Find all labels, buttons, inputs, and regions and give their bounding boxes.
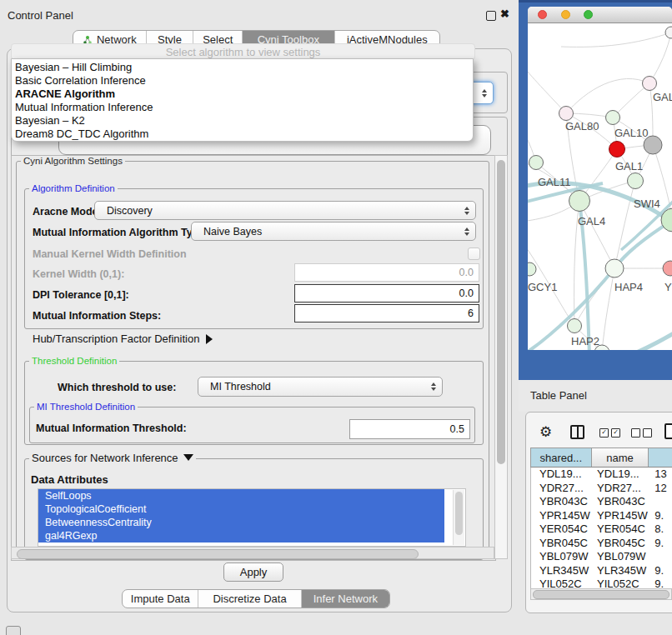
network-node[interactable] [643,77,657,91]
table-cell[interactable] [649,550,672,564]
list-scrollbar-thumb[interactable] [455,492,463,535]
table-row[interactable]: YLR345WYLR345W9. [531,564,672,578]
table-row[interactable]: YDR27...YDR27...12 [531,482,672,496]
table-cell[interactable]: YBR043C [531,495,592,509]
column-header[interactable]: name [592,448,649,467]
column-header[interactable] [649,448,672,467]
table-cell[interactable]: YDR27... [592,482,649,496]
table-cell[interactable]: 9. [649,537,672,551]
select-all-icon[interactable]: ✓ [611,428,620,438]
table-cell[interactable]: 9. [649,509,672,523]
sources-title[interactable]: Sources for Network Inference [29,453,196,463]
aracne-mode-combobox[interactable]: Discovery [94,201,476,220]
table-cell[interactable]: YBR043C [592,495,649,509]
table-cell[interactable]: YDR27... [531,482,592,496]
table-cell[interactable]: 12 [649,482,672,496]
table-cell[interactable]: YLR345W [531,564,592,578]
table-cell[interactable]: YLR345W [592,564,649,578]
minimize-traffic-light-icon[interactable] [561,10,570,19]
network-node[interactable] [569,191,590,212]
network-node[interactable] [665,27,672,38]
table-cell[interactable]: YDL19... [531,468,592,482]
dropdown-option[interactable]: Basic Correlation Inference [12,74,473,88]
data-attribute-item[interactable]: BetweennessCentrality [38,516,444,529]
network-edge-highlighted[interactable] [626,330,672,350]
table-cell[interactable]: YBR045C [531,537,592,551]
table-cell[interactable]: 9. [649,564,672,578]
network-edge[interactable] [561,32,671,47]
network-node[interactable] [605,259,624,278]
float-window-icon[interactable] [486,11,496,21]
table-horizontal-scrollbar[interactable] [530,588,672,600]
dropdown-option[interactable]: Bayesian – K2 [12,114,473,128]
close-traffic-light-icon[interactable] [538,10,547,19]
network-canvas[interactable]: GAL80GALGAL10GAL1GAL11SWI4GAL4GCY1HAP4YH… [528,23,672,350]
table-cell[interactable]: YDL19... [592,468,649,482]
dropdown-option[interactable]: Mutual Information Inference [12,101,473,114]
tab-impute-data[interactable]: Impute Data [123,590,198,608]
list-scrollbar[interactable] [453,490,464,545]
mi-algorithm-type-combobox[interactable]: Naive Bayes [191,222,476,241]
data-attributes-list[interactable]: SelfLoopsTopologicalCoefficientBetweenne… [38,488,466,547]
table-row[interactable]: YPR145WYPR145W9. [531,509,672,523]
network-node[interactable] [609,142,625,158]
tab-discretize-data[interactable]: Discretize Data [198,590,301,608]
table-cell[interactable]: YBL079W [592,550,649,564]
dropdown-option[interactable]: ARACNE Algorithm [12,88,473,101]
table-row[interactable]: YBL079WYBL079W [531,550,672,564]
network-edge[interactable] [613,83,649,118]
gear-icon[interactable]: ⚙ [539,423,552,441]
table-row[interactable]: YDL19...YDL19...13 [531,468,672,482]
table-row[interactable]: YER054CYER054C8. [531,522,672,537]
network-window-titlebar[interactable] [528,7,672,23]
network-graph[interactable]: GAL80GALGAL10GAL1GAL11SWI4GAL4GCY1HAP4YH… [528,23,672,350]
kernel-width-field[interactable]: 0.0 [294,263,479,282]
zoom-traffic-light-icon[interactable] [584,10,593,19]
network-node[interactable] [663,261,672,276]
mi-threshold-field[interactable]: 0.5 [349,419,470,439]
table-cell[interactable]: YPR145W [592,509,649,523]
table-row[interactable]: YBR045CYBR045C9. [531,537,672,551]
dropdown-option[interactable]: Bayesian – Hill Climbing [12,61,473,74]
apply-button[interactable]: Apply [223,562,283,582]
dropdown-option[interactable]: Dream8 DC_TDC Algorithm [12,128,473,141]
network-node[interactable] [529,156,544,170]
network-node[interactable] [628,173,644,189]
clear-selection-icon[interactable] [643,428,652,438]
network-node[interactable] [568,319,582,333]
table-cell[interactable]: YBR045C [592,537,649,551]
settings-horizontal-scrollbar[interactable] [11,547,494,559]
network-node[interactable] [606,111,620,125]
network-node[interactable] [528,262,536,276]
close-icon[interactable]: ✖ [500,8,509,20]
data-attribute-item[interactable]: SelfLoops [38,489,444,502]
table-horizontal-scrollbar-thumb[interactable] [533,590,669,599]
network-edge[interactable] [528,61,566,113]
select-all-icon[interactable]: ✓ [599,428,609,438]
table-cell[interactable]: 13 [649,468,672,482]
clear-selection-icon[interactable] [631,428,640,438]
table-cell[interactable]: 8. [649,522,672,537]
hub-definition-toggle[interactable]: Hub/Transcription Factor Definition [33,332,213,345]
network-edge[interactable] [566,78,649,113]
manual-kernel-width-checkbox[interactable] [468,248,480,260]
settings-horizontal-scrollbar-thumb[interactable] [17,549,419,559]
settings-vertical-scrollbar-thumb[interactable] [497,160,505,464]
collapsed-panel-icon[interactable] [6,626,21,635]
network-edge[interactable] [649,32,671,83]
new-table-icon[interactable] [664,423,672,439]
table-cell[interactable]: YBL079W [531,550,592,564]
data-attribute-item[interactable]: gal4RGexp [38,529,444,542]
table-cell[interactable]: YER054C [531,522,592,537]
algorithm-combobox[interactable]: Select algorithm to view settings [11,43,475,60]
table-row[interactable]: YBR043CYBR043C [531,495,672,509]
mi-steps-field[interactable]: 6 [294,304,479,322]
split-view-icon[interactable] [570,425,584,439]
dpi-tolerance-field[interactable]: 0.0 [294,284,479,302]
table-cell[interactable] [649,495,672,509]
network-node[interactable] [559,107,574,121]
table-cell[interactable]: YER054C [592,522,649,537]
data-attribute-item[interactable]: TopologicalCoefficient [38,502,444,516]
tab-infer-network[interactable]: Infer Network [302,590,389,608]
column-header[interactable]: shared... [531,448,592,467]
